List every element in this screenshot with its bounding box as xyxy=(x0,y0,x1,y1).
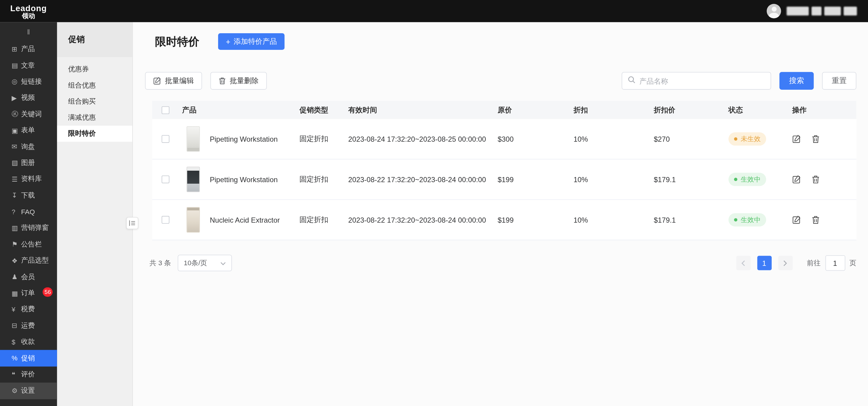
sidebar-item-announcement[interactable]: ⚑公告栏 xyxy=(0,236,57,253)
batch-delete-button[interactable]: 批量删除 xyxy=(211,72,267,90)
sidebar-item-forms[interactable]: ▣表单 xyxy=(0,122,57,139)
total-count: 共 3 条 xyxy=(150,258,171,268)
sidebar-item-promotion[interactable]: %促销 xyxy=(0,350,57,367)
submenu-item-flash-sale[interactable]: 限时特价 xyxy=(57,126,132,142)
status-badge: 生效中 xyxy=(728,213,766,226)
edit-icon xyxy=(153,77,161,85)
per-page-select[interactable]: 10条/页 xyxy=(178,255,232,271)
product-image xyxy=(187,207,200,232)
valid-time: 2023-08-22 17:32:20~2023-08-24 00:00:00 xyxy=(345,216,494,224)
edit-row-icon[interactable] xyxy=(792,175,802,184)
sidebar-item-shipping[interactable]: ⊟运费 xyxy=(0,317,57,334)
add-special-product-button[interactable]: + 添加特价产品 xyxy=(218,33,284,50)
delete-row-icon[interactable] xyxy=(811,175,821,184)
video-icon: ▶ xyxy=(11,94,21,102)
sidebar-item-marketing-popup[interactable]: ▥营销弹窗 xyxy=(0,220,57,236)
submenu-item-coupons[interactable]: 优惠券 xyxy=(57,61,132,77)
sidebar-item-library[interactable]: ☰资料库 xyxy=(0,171,57,188)
sidebar-item-product-selection[interactable]: ❖产品选型 xyxy=(0,253,57,269)
sidebar-item-articles[interactable]: ▤文章 xyxy=(0,57,57,74)
status-badge: 生效中 xyxy=(728,173,766,186)
valid-time: 2023-08-24 17:32:20~2023-08-25 00:00:00 xyxy=(345,135,494,143)
topbar: Leadong 领动 xyxy=(0,0,868,22)
sidebar-item-albums[interactable]: ▧图册 xyxy=(0,155,57,171)
product-name: Nucleic Acid Extractor xyxy=(210,216,280,224)
reset-button[interactable]: 重置 xyxy=(822,72,857,90)
sidebar-item-products[interactable]: ⊞产品 xyxy=(0,41,57,57)
discount-price: $179.1 xyxy=(651,216,725,224)
submenu-collapse-button[interactable] xyxy=(126,217,138,229)
original-price: $199 xyxy=(494,175,570,183)
main-content: 限时特价 + 添加特价产品 批量编辑 批量删除 搜索 重置 xyxy=(133,22,868,406)
submenu-title: 促销 xyxy=(57,22,132,57)
albums-icon: ▧ xyxy=(11,159,21,167)
table-row: Pipetting Workstation 固定折扣 2023-08-22 17… xyxy=(152,159,856,200)
settings-icon: ⚙ xyxy=(11,387,21,395)
next-page-button[interactable] xyxy=(778,256,793,270)
sidebar-item-tax[interactable]: ¥税费 xyxy=(0,302,57,318)
keywords-icon: Ⓚ xyxy=(11,110,21,119)
row-checkbox[interactable] xyxy=(162,135,169,143)
shipping-icon: ⊟ xyxy=(11,322,21,330)
col-original-price: 原价 xyxy=(494,105,570,115)
delete-row-icon[interactable] xyxy=(811,134,821,144)
sidebar: ‖ ⊞产品 ▤文章 ◎短链接 ▶视频 Ⓚ关键词 ▣表单 ✉询盘 ▧图册 ☰资料库… xyxy=(0,22,57,406)
sidebar-item-reviews[interactable]: ❝评价 xyxy=(0,367,57,383)
col-discount-price: 折扣价 xyxy=(651,105,725,115)
user-avatar[interactable] xyxy=(767,4,781,19)
app-root: Leadong 领动 ‖ ⊞产品 ▤文章 ◎短链接 ▶视频 Ⓚ关键词 ▣表单 ✉… xyxy=(0,0,868,406)
page-number-button[interactable]: 1 xyxy=(757,256,771,270)
promo-type: 固定折扣 xyxy=(296,174,345,184)
prev-page-button[interactable] xyxy=(736,256,750,270)
col-status: 状态 xyxy=(725,105,789,115)
submenu-item-combo-offer[interactable]: 组合优惠 xyxy=(57,77,132,94)
sidebar-item-video[interactable]: ▶视频 xyxy=(0,90,57,106)
search-button[interactable]: 搜索 xyxy=(779,72,814,90)
search-input[interactable] xyxy=(639,77,765,85)
sidebar-item-faq[interactable]: ?FAQ xyxy=(0,204,57,220)
goto-page: 前往 页 xyxy=(807,255,856,271)
product-image xyxy=(187,167,200,192)
table-header-row: 产品 促销类型 有效时间 原价 折扣 折扣价 状态 操作 xyxy=(152,101,856,119)
sidebar-item-members[interactable]: ♟会员 xyxy=(0,269,57,285)
sidebar-item-settings[interactable]: ⚙设置 xyxy=(0,383,57,399)
table-row: Pipetting Workstation 固定折扣 2023-08-24 17… xyxy=(152,119,856,159)
original-price: $199 xyxy=(494,216,570,224)
submenu-item-full-reduction[interactable]: 满减优惠 xyxy=(57,110,132,126)
sidebar-item-shortlink[interactable]: ◎短链接 xyxy=(0,73,57,90)
select-all-checkbox[interactable] xyxy=(162,106,169,114)
col-discount: 折扣 xyxy=(570,105,651,115)
orders-badge: 56 xyxy=(43,287,53,296)
tax-icon: ¥ xyxy=(11,306,21,314)
search-box xyxy=(622,72,771,90)
faq-icon: ? xyxy=(11,208,21,216)
download-icon: ↧ xyxy=(11,192,21,200)
delete-row-icon[interactable] xyxy=(811,215,821,224)
sidebar-item-orders[interactable]: ▦订单56 xyxy=(0,285,57,302)
sidebar-item-keywords[interactable]: Ⓚ关键词 xyxy=(0,106,57,122)
edit-row-icon[interactable] xyxy=(792,215,802,224)
edit-row-icon[interactable] xyxy=(792,134,802,144)
promotion-icon: % xyxy=(11,354,21,362)
sidebar-item-download[interactable]: ↧下载 xyxy=(0,187,57,204)
selection-icon: ❖ xyxy=(11,257,21,264)
goto-page-input[interactable] xyxy=(825,255,845,271)
sidebar-nav: ⊞产品 ▤文章 ◎短链接 ▶视频 Ⓚ关键词 ▣表单 ✉询盘 ▧图册 ☰资料库 ↧… xyxy=(0,41,57,399)
forms-icon: ▣ xyxy=(11,127,21,134)
submenu-item-combo-buy[interactable]: 组合购买 xyxy=(57,94,132,110)
row-checkbox[interactable] xyxy=(162,176,169,183)
popup-icon: ▥ xyxy=(11,224,21,232)
payment-icon: $ xyxy=(11,338,21,346)
batch-edit-button[interactable]: 批量编辑 xyxy=(145,72,202,90)
row-checkbox[interactable] xyxy=(162,216,169,224)
sidebar-item-payment[interactable]: $收款 xyxy=(0,334,57,350)
inquiry-icon: ✉ xyxy=(11,143,21,151)
submenu-panel: 促销 优惠券 组合优惠 组合购买 满减优惠 限时特价 xyxy=(57,22,133,406)
product-name: Pipetting Workstation xyxy=(210,135,278,143)
trash-icon xyxy=(219,77,226,85)
col-valid-time: 有效时间 xyxy=(345,105,494,115)
logo: Leadong 领动 xyxy=(0,3,57,20)
sidebar-item-inquiry[interactable]: ✉询盘 xyxy=(0,139,57,155)
page-title: 限时特价 xyxy=(155,34,199,49)
sidebar-collapse-icon[interactable]: ‖ xyxy=(0,22,57,41)
